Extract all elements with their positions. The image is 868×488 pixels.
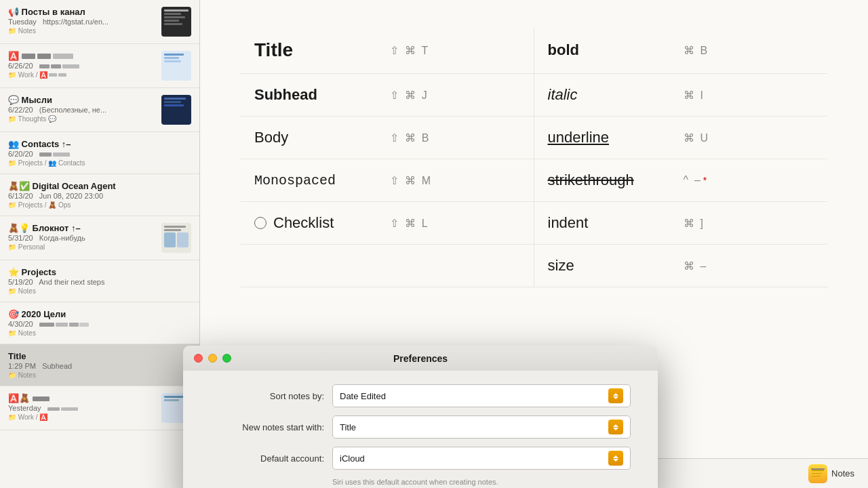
shortcut-keys-bold: ⌘ B [684,44,708,57]
default-account-value: iCloud [340,453,365,464]
note-title: 💬 Мысли [8,95,156,105]
shortcut-keys-underline: ⌘ U [684,131,708,144]
default-account-row: Default account: iCloud [210,447,631,470]
note-title: 👥 Contacts ↑– [8,139,191,149]
note-date: 6/13/20 Jun 08, 2020 23:00 [8,192,191,200]
sidebar: 📢 Посты в канал Tuesday https://tgstat.r… [0,0,200,488]
note-title: 🎯 2020 Цели [8,309,191,319]
shortcut-keys-subhead: ⇧ ⌘ J [390,89,427,102]
note-date: 6/22/20 (Бесполезные, не... [8,106,156,114]
shortcut-label-subhead: Subhead [254,86,390,104]
shortcut-label-bold: bold [548,41,684,59]
note-item-text: 💬 Мысли 6/22/20 (Бесполезные, не... 📁 Th… [8,95,156,123]
note-folder: 📁 Notes [8,371,191,379]
prefs-title: Preferences [393,353,448,364]
note-item-text: 🧸✅ Digital Ocean Agent 6/13/20 Jun 08, 2… [8,181,191,209]
note-folder: 📁 Work / 🅰️ [8,413,156,421]
shortcut-label-strike: strikethrough [548,171,684,189]
close-button[interactable] [194,354,203,363]
note-date: 5/31/20 Когда-нибудь [8,234,156,242]
shortcut-keys-checklist: ⇧ ⌘ L [390,217,428,230]
note-folder: 📁 Work / 🅰️ [8,71,156,79]
shortcuts-grid: Title ⇧ ⌘ T bold ⌘ B Subhead ⇧ ⌘ J itali… [241,27,827,287]
arrow-up-icon [613,393,618,396]
shortcut-row-italic: italic ⌘ I [534,74,828,117]
note-thumbnail [161,51,191,81]
list-item[interactable]: 💬 Мысли 6/22/20 (Бесполезные, не... 📁 Th… [0,88,199,132]
note-date: Tuesday https://tgstat.ru/en... [8,18,156,26]
note-title: 📢 Посты в канал [8,7,156,17]
shortcut-row-underline: underline ⌘ U [534,117,828,159]
list-item[interactable]: 🎯 2020 Цели 4/30/20 📁 Notes [0,302,199,344]
sort-notes-arrow [608,388,623,403]
prefs-titlebar: Preferences [183,346,658,371]
sort-notes-label: Sort notes by: [210,391,332,401]
preferences-dialog: Preferences Sort notes by: Date Edited N… [183,346,658,488]
note-title: ⭐ Projects [8,267,191,277]
list-item[interactable]: 🧸💡 Блокнот ↑– 5/31/20 Когда-нибудь 📁 Per… [0,216,199,260]
note-folder: 📁 Projects / 🧸 Ops [8,201,191,209]
new-notes-label: New notes start with: [210,422,332,432]
shortcut-keys-size: ⌘ – [684,260,707,272]
arrow-down-icon [613,459,618,462]
note-item-text: 🧸💡 Блокнот ↑– 5/31/20 Когда-нибудь 📁 Per… [8,223,156,251]
shortcut-row-mono: Monospaced ⇧ ⌘ M [241,159,534,202]
shortcut-row-subhead: Subhead ⇧ ⌘ J [241,74,534,117]
shortcut-label-underline: underline [548,129,684,146]
note-folder: 📁 Thoughts 💬 [8,115,156,123]
red-star: * [703,175,707,186]
shortcut-row-bold: bold ⌘ B [534,27,828,74]
notes-app-label: Notes [808,464,854,483]
default-account-select[interactable]: iCloud [332,447,631,470]
list-item[interactable]: 🅰️ 6/26/20 📁 Work / 🅰️ [0,44,199,88]
arrow-down-icon [613,396,618,399]
list-item[interactable]: ⭐ Projects 5/19/20 And their next steps … [0,260,199,302]
arrow-up-icon [613,455,618,458]
list-item[interactable]: 🧸✅ Digital Ocean Agent 6/13/20 Jun 08, 2… [0,174,199,216]
note-item-text: Title 1:29 PM Subhead 📁 Notes [8,351,191,379]
note-item-text: 🎯 2020 Цели 4/30/20 📁 Notes [8,309,191,337]
shortcut-label-size: size [548,257,684,274]
note-thumbnail [161,95,191,125]
note-date: 6/20/20 [8,150,191,158]
note-thumbnail [161,7,191,37]
list-item[interactable]: 👥 Contacts ↑– 6/20/20 📁 Projects / 👥 Con… [0,132,199,174]
arrow-up-icon [613,424,618,427]
shortcut-keys-mono: ⇧ ⌘ M [390,174,431,187]
shortcut-row-indent: indent ⌘ ] [534,202,828,245]
shortcut-label-body: Body [254,129,390,146]
shortcut-label-indent: indent [548,214,684,232]
arrow-down-icon [613,428,618,430]
note-title: 🧸✅ Digital Ocean Agent [8,181,191,191]
note-item-text: 🅰️ 6/26/20 📁 Work / 🅰️ [8,51,156,79]
shortcut-label-checklist: Checklist [254,214,390,232]
notes-label: Notes [831,468,854,479]
sort-notes-row: Sort notes by: Date Edited [210,384,631,407]
note-date: 5/19/20 And their next steps [8,278,191,286]
note-date: Yesterday [8,404,156,412]
new-notes-select[interactable]: Title [332,415,631,439]
shortcut-keys-indent: ⌘ ] [684,217,703,230]
shortcut-row-checklist: Checklist ⇧ ⌘ L [241,202,534,245]
minimize-button[interactable] [208,354,217,363]
note-item-text: 🅰️🧸 Yesterday 📁 Work / 🅰️ [8,393,156,421]
shortcut-row-title: Title ⇧ ⌘ T [241,27,534,74]
shortcut-row-empty [241,245,534,287]
list-item[interactable]: 📢 Посты в канал Tuesday https://tgstat.r… [0,0,199,44]
default-account-label: Default account: [210,453,332,464]
list-item[interactable]: Title 1:29 PM Subhead 📁 Notes [0,344,199,386]
sort-notes-select[interactable]: Date Edited [332,384,631,407]
note-folder: 📁 Projects / 👥 Contacts [8,159,191,167]
new-notes-value: Title [340,422,356,432]
maximize-button[interactable] [222,354,231,363]
note-date: 4/30/20 [8,320,191,328]
shortcut-label-mono: Monospaced [254,173,390,188]
note-item-text: 👥 Contacts ↑– 6/20/20 📁 Projects / 👥 Con… [8,139,191,167]
new-notes-row: New notes start with: Title [210,415,631,439]
note-date: 6/26/20 [8,62,156,70]
list-item[interactable]: 🅰️🧸 Yesterday 📁 Work / 🅰️ [0,386,199,430]
note-folder: 📁 Personal [8,243,156,251]
notes-app-icon [808,464,827,483]
prefs-body: Sort notes by: Date Edited New notes sta… [183,371,658,488]
shortcut-row-strike: strikethrough ^ –* [534,159,828,202]
